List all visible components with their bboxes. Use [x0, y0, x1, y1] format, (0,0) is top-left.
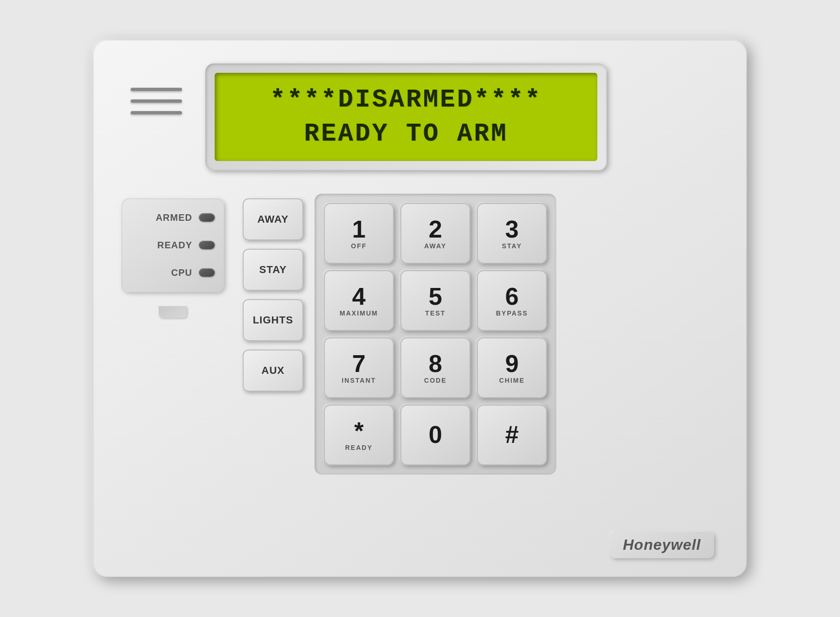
speaker-line-2 — [131, 99, 182, 103]
button-5[interactable]: 5 TEST — [400, 270, 470, 331]
button-3[interactable]: 3 STAY — [477, 203, 547, 264]
indicator-ready-row: READY — [131, 240, 215, 251]
button-2-sub: AWAY — [424, 242, 447, 250]
indicator-armed-row: ARMED — [131, 212, 215, 223]
button-4-sub: MAXIMUM — [340, 309, 378, 317]
button-9-main: 9 — [505, 351, 519, 376]
speaker-grille — [121, 63, 187, 138]
button-star[interactable]: * READY — [324, 405, 394, 465]
lcd-line2: READY TO ARM — [304, 120, 508, 147]
button-6[interactable]: 6 BYPASS — [477, 270, 547, 331]
button-8-main: 8 — [429, 351, 442, 376]
speaker-line-3 — [131, 111, 182, 114]
button-8[interactable]: 8 CODE — [400, 337, 470, 398]
button-2[interactable]: 2 AWAY — [400, 203, 470, 264]
button-1-main: 1 — [352, 217, 366, 241]
brand-name: Honeywell — [623, 536, 701, 553]
button-away[interactable]: AWAY — [243, 198, 303, 240]
button-lights[interactable]: LIGHTS — [243, 299, 303, 341]
function-buttons-col: AWAY STAY LIGHTS AUX — [243, 198, 303, 392]
button-5-main: 5 — [429, 284, 442, 308]
indicator-cpu-led — [199, 268, 215, 277]
button-star-main: * — [354, 419, 364, 443]
button-3-sub: STAY — [502, 242, 522, 250]
button-7[interactable]: 7 INSTANT — [324, 337, 394, 398]
button-8-sub: CODE — [424, 377, 447, 384]
button-2-main: 2 — [429, 217, 442, 241]
button-7-sub: INSTANT — [342, 377, 376, 384]
button-hash[interactable]: # — [477, 405, 547, 465]
numpad-grid: 1 OFF 2 AWAY 3 STAY 4 MAXIMUM — [324, 203, 547, 465]
indicator-ready-led — [199, 241, 215, 249]
button-aux[interactable]: AUX — [243, 350, 303, 392]
button-stay[interactable]: STAY — [243, 249, 303, 291]
button-9-sub: CHIME — [499, 377, 525, 384]
indicator-cpu-label: CPU — [171, 267, 192, 278]
speaker-line-1 — [131, 88, 182, 91]
indicator-cpu-row: CPU — [131, 267, 215, 278]
button-4-main: 4 — [352, 284, 366, 308]
button-1[interactable]: 1 OFF — [324, 203, 394, 264]
indicator-ready-label: READY — [157, 240, 192, 251]
button-6-main: 6 — [505, 284, 519, 308]
button-hash-main: # — [505, 422, 519, 447]
button-0[interactable]: 0 — [400, 405, 470, 465]
indicator-armed-led — [199, 213, 215, 222]
lcd-line1: ****DISARMED**** — [270, 86, 542, 113]
numpad-container: 1 OFF 2 AWAY 3 STAY 4 MAXIMUM — [315, 194, 556, 475]
panel-notch — [159, 306, 187, 318]
indicator-panel: ARMED READY CPU — [121, 198, 224, 292]
lcd-screen: ****DISARMED**** READY TO ARM — [215, 73, 597, 161]
button-9[interactable]: 9 CHIME — [477, 337, 547, 398]
button-star-sub: READY — [345, 444, 372, 451]
keypad-device: ****DISARMED**** READY TO ARM ARMED READ… — [93, 40, 747, 577]
display-frame: ****DISARMED**** READY TO ARM — [205, 63, 607, 170]
button-4[interactable]: 4 MAXIMUM — [324, 270, 394, 331]
button-1-sub: OFF — [351, 242, 367, 250]
keypad-area: AWAY STAY LIGHTS AUX 1 OFF 2 AWAY — [243, 194, 719, 475]
button-3-main: 3 — [505, 217, 519, 241]
button-7-main: 7 — [352, 351, 366, 376]
indicator-armed-label: ARMED — [156, 212, 192, 223]
button-0-main: 0 — [429, 422, 442, 447]
button-5-sub: TEST — [425, 309, 446, 317]
button-6-sub: BYPASS — [496, 309, 528, 317]
brand-badge: Honeywell — [610, 532, 714, 558]
